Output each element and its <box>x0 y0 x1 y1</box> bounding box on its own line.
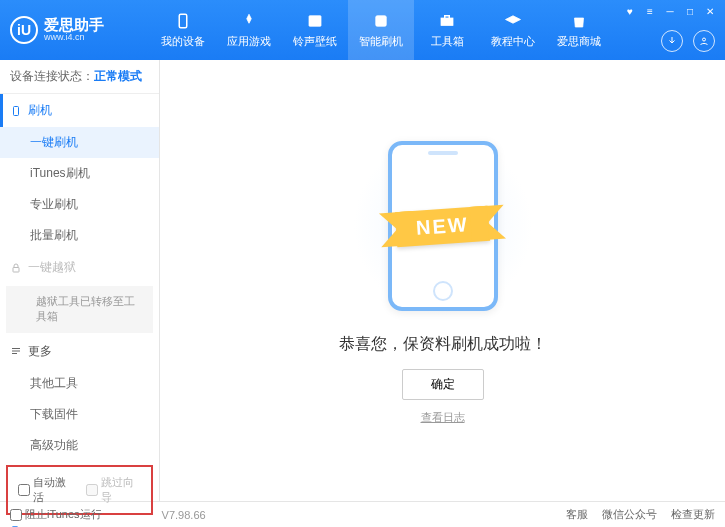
status-prefix: 设备连接状态： <box>10 69 94 83</box>
sidebar-item-onekey[interactable]: 一键刷机 <box>0 127 159 158</box>
jailbreak-hint: 越狱工具已转移至工具箱 <box>6 286 153 333</box>
nav-label: 铃声壁纸 <box>293 34 337 49</box>
close-button[interactable]: ✕ <box>701 4 719 18</box>
ok-button[interactable]: 确定 <box>402 369 484 400</box>
nav-tutorials[interactable]: 教程中心 <box>480 0 546 60</box>
app-subtitle: www.i4.cn <box>44 33 104 43</box>
bag-icon <box>570 12 588 30</box>
nav-label: 应用游戏 <box>227 34 271 49</box>
top-nav: 我的设备 应用游戏 铃声壁纸 智能刷机 工具箱 教程中心 爱思商城 <box>150 0 612 60</box>
nav-label: 教程中心 <box>491 34 535 49</box>
nav-label: 智能刷机 <box>359 34 403 49</box>
maximize-button[interactable]: □ <box>681 4 699 18</box>
success-message: 恭喜您，保资料刷机成功啦！ <box>339 334 547 355</box>
sidebar-header-jailbreak[interactable]: 一键越狱 <box>0 251 159 284</box>
footer-wechat[interactable]: 微信公众号 <box>602 507 657 522</box>
nav-toolbox[interactable]: 工具箱 <box>414 0 480 60</box>
lock-icon <box>10 262 22 274</box>
sidebar-item-itunes[interactable]: iTunes刷机 <box>0 158 159 189</box>
sidebar-item-advanced[interactable]: 高级功能 <box>0 430 159 461</box>
checkbox-auto-activate[interactable]: 自动激活 <box>18 475 74 505</box>
svg-rect-2 <box>376 15 387 26</box>
sidebar-header-flash[interactable]: 刷机 <box>0 94 159 127</box>
titlebar: iU 爱思助手 www.i4.cn 我的设备 应用游戏 铃声壁纸 智能刷机 工具… <box>0 0 725 60</box>
feedback-icon[interactable]: ♥ <box>621 4 639 18</box>
view-log-link[interactable]: 查看日志 <box>421 410 465 425</box>
svg-rect-1 <box>309 15 321 26</box>
version-label: V7.98.66 <box>162 509 206 521</box>
svg-rect-6 <box>14 106 19 115</box>
sidebar-header-label: 更多 <box>28 343 52 360</box>
apps-icon <box>240 12 258 30</box>
new-ribbon-icon: NEW <box>395 205 490 246</box>
logo-area: iU 爱思助手 www.i4.cn <box>0 16 150 44</box>
sidebar-item-other-tools[interactable]: 其他工具 <box>0 368 159 399</box>
nav-store[interactable]: 爱思商城 <box>546 0 612 60</box>
flash-icon <box>372 12 390 30</box>
checkbox-input[interactable] <box>86 484 98 496</box>
phone-icon <box>174 12 192 30</box>
list-icon <box>10 345 22 357</box>
nav-label: 我的设备 <box>161 34 205 49</box>
main-panel: NEW 恭喜您，保资料刷机成功啦！ 确定 查看日志 <box>160 60 725 501</box>
toolbox-icon <box>438 12 456 30</box>
nav-label: 爱思商城 <box>557 34 601 49</box>
footer-service[interactable]: 客服 <box>566 507 588 522</box>
footer-update[interactable]: 检查更新 <box>671 507 715 522</box>
menu-icon[interactable]: ≡ <box>641 4 659 18</box>
window-controls: ♥ ≡ ─ □ ✕ <box>621 4 719 18</box>
sidebar-item-pro[interactable]: 专业刷机 <box>0 189 159 220</box>
device-status: 设备连接状态：正常模式 <box>0 60 159 94</box>
nav-my-device[interactable]: 我的设备 <box>150 0 216 60</box>
svg-rect-0 <box>179 14 187 28</box>
svg-rect-7 <box>13 267 19 272</box>
nav-label: 工具箱 <box>431 34 464 49</box>
nav-smart-flash[interactable]: 智能刷机 <box>348 0 414 60</box>
status-mode: 正常模式 <box>94 69 142 83</box>
nav-ringtones[interactable]: 铃声壁纸 <box>282 0 348 60</box>
svg-point-5 <box>703 38 706 41</box>
user-icon[interactable] <box>693 30 715 52</box>
sidebar-item-download-fw[interactable]: 下载固件 <box>0 399 159 430</box>
download-icon[interactable] <box>661 30 683 52</box>
flash-small-icon <box>10 105 22 117</box>
checkbox-input[interactable] <box>18 484 30 496</box>
logo-icon: iU <box>10 16 38 44</box>
success-illustration: NEW <box>333 136 553 316</box>
sidebar: 设备连接状态：正常模式 刷机 一键刷机 iTunes刷机 专业刷机 批量刷机 一… <box>0 60 160 501</box>
sidebar-item-batch[interactable]: 批量刷机 <box>0 220 159 251</box>
sidebar-header-label: 刷机 <box>28 102 52 119</box>
svg-rect-4 <box>445 15 450 18</box>
checkbox-skip-guide[interactable]: 跳过向导 <box>86 475 142 505</box>
checkbox-input[interactable] <box>10 509 22 521</box>
checkbox-label: 跳过向导 <box>101 475 142 505</box>
checkbox-block-itunes[interactable]: 阻止iTunes运行 <box>10 507 102 522</box>
checkbox-label: 阻止iTunes运行 <box>25 507 102 522</box>
sidebar-header-label: 一键越狱 <box>28 259 76 276</box>
app-title: 爱思助手 <box>44 17 104 34</box>
checkbox-label: 自动激活 <box>33 475 74 505</box>
minimize-button[interactable]: ─ <box>661 4 679 18</box>
picture-icon <box>306 12 324 30</box>
sidebar-header-more[interactable]: 更多 <box>0 335 159 368</box>
graduation-icon <box>504 12 522 30</box>
nav-apps[interactable]: 应用游戏 <box>216 0 282 60</box>
